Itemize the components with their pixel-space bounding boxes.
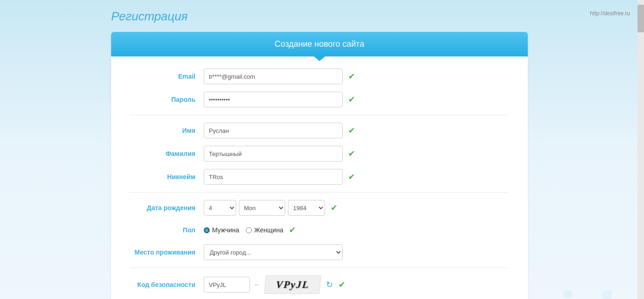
captcha-image: VРуJL <box>264 275 321 294</box>
form-header-text: Создание нового сайта <box>275 39 364 49</box>
page-title: Регистрация <box>111 9 630 24</box>
nickname-check-icon: ✔ <box>348 172 355 182</box>
dob-check-icon: ✔ <box>331 203 338 213</box>
nickname-label: Никнейм <box>130 173 204 181</box>
password-label: Пароль <box>130 96 204 103</box>
gender-row: Пол Мужчина Женщина ✔ <box>130 219 509 241</box>
captcha-arrow-icon: ← <box>254 280 261 289</box>
surname-label: Фамилия <box>130 150 204 157</box>
email-row: Email ✔ <box>130 65 509 88</box>
sidebar <box>0 0 102 299</box>
captcha-refresh-icon[interactable]: ↻ <box>326 280 333 290</box>
site-url[interactable]: http://desifree.ru <box>590 10 630 17</box>
personal-section: Дата рождения 4 Mon 1984 <box>130 193 509 268</box>
form-card: Создание нового сайта Email ✔ Пароль ✔ <box>111 32 528 299</box>
form-body: Email ✔ Пароль ✔ Имя ✔ <box>111 56 528 299</box>
dob-label: Дата рождения <box>130 204 204 212</box>
nickname-row: Никнейм ✔ <box>130 165 509 188</box>
gender-female-option[interactable]: Женщина <box>246 226 283 234</box>
city-label: Место проживания <box>130 249 204 256</box>
email-label: Email <box>130 73 204 80</box>
gender-label: Пол <box>130 226 204 234</box>
email-input[interactable] <box>204 69 343 84</box>
dob-year-select[interactable]: 1984 <box>288 200 325 216</box>
password-row: Пароль ✔ <box>130 88 509 111</box>
email-check-icon: ✔ <box>348 71 355 81</box>
gender-female-label: Женщина <box>254 226 283 234</box>
surname-check-icon: ✔ <box>348 149 355 159</box>
gender-check-icon: ✔ <box>289 225 296 235</box>
gender-female-radio[interactable] <box>246 227 252 233</box>
city-select[interactable]: Другой город... <box>204 244 343 260</box>
captcha-row: Код безопасности ← VРуJL ↻ ✔ <box>130 272 509 298</box>
gender-options: Мужчина Женщина <box>204 226 283 234</box>
captcha-inputs: ← VРуJL ↻ <box>204 275 333 294</box>
surname-row: Фамилия ✔ <box>130 142 509 165</box>
credentials-section: Email ✔ Пароль ✔ <box>130 61 509 115</box>
captcha-input[interactable] <box>204 277 250 293</box>
scrollbar-thumb[interactable] <box>638 5 644 32</box>
captcha-check-icon: ✔ <box>338 280 345 290</box>
dob-row: Дата рождения 4 Mon 1984 <box>130 196 509 219</box>
name-label: Имя <box>130 127 204 134</box>
gender-male-radio[interactable] <box>204 227 210 233</box>
name-input[interactable] <box>204 123 343 138</box>
gender-male-label: Мужчина <box>212 226 239 234</box>
nickname-input[interactable] <box>204 169 343 185</box>
dob-month-select[interactable]: Mon <box>239 200 285 216</box>
password-input[interactable] <box>204 92 343 107</box>
dob-inputs: 4 Mon 1984 <box>204 200 325 216</box>
surname-input[interactable] <box>204 146 343 162</box>
password-check-icon: ✔ <box>348 94 355 105</box>
form-header: Создание нового сайта <box>111 32 528 56</box>
city-row: Место проживания Другой город... <box>130 241 509 264</box>
name-row: Имя ✔ <box>130 119 509 142</box>
gender-male-option[interactable]: Мужчина <box>204 226 239 234</box>
captcha-section: Код безопасности ← VРуJL ↻ ✔ Подтверждаю… <box>130 268 509 299</box>
watermark: uid <box>519 278 616 299</box>
scrollbar[interactable] <box>638 0 644 299</box>
main-content: Регистрация http://desifree.ru Создание … <box>102 0 644 299</box>
name-check-icon: ✔ <box>348 125 355 136</box>
name-section: Имя ✔ Фамилия ✔ Никнейм ✔ <box>130 115 509 193</box>
dob-day-select[interactable]: 4 <box>204 200 236 216</box>
captcha-label: Код безопасности <box>130 281 204 288</box>
